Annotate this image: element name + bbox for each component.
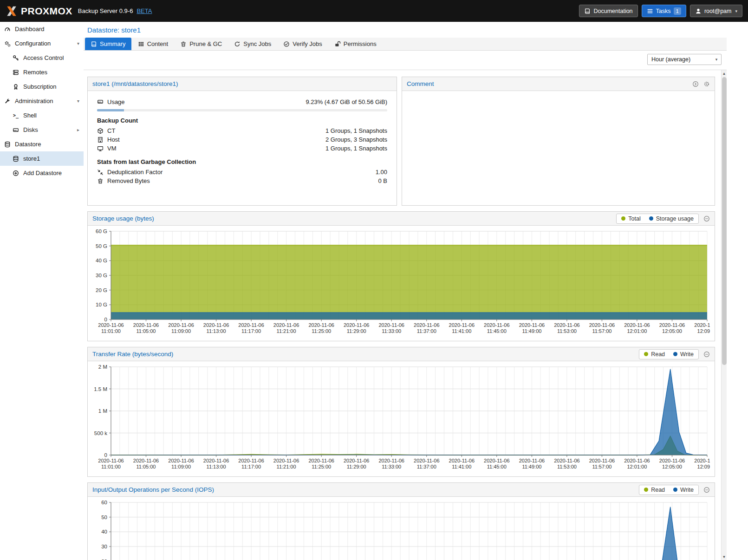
ct-label: CT — [107, 127, 115, 134]
timeframe-select[interactable]: Hour (average) ▾ — [647, 54, 722, 65]
documentation-button[interactable]: Documentation — [579, 5, 637, 17]
svg-text:2020-11-0611:09:00: 2020-11-0611:09:00 — [168, 458, 194, 469]
scroll-up-arrow[interactable]: ▲ — [722, 70, 727, 77]
sidebar-item-subscription[interactable]: Subscription — [0, 79, 84, 94]
legend-dot — [649, 216, 653, 221]
svg-text:60: 60 — [101, 500, 107, 505]
tab-label: Sync Jobs — [243, 40, 271, 47]
sync-icon — [234, 41, 241, 47]
tab-verify-jobs[interactable]: Verify Jobs — [278, 38, 328, 50]
sidebar-item-store1[interactable]: store1 — [0, 151, 84, 166]
chart-legend: Read Write — [639, 349, 699, 359]
svg-text:2020-11-0611:25:00: 2020-11-0611:25:00 — [308, 458, 334, 469]
key-icon — [12, 55, 20, 61]
expand-circle-icon[interactable] — [692, 81, 699, 87]
scroll-down-arrow[interactable]: ▼ — [722, 553, 727, 560]
proxmox-x-icon — [6, 5, 18, 17]
legend-dot — [644, 352, 648, 356]
tab-label: Summary — [100, 40, 126, 47]
svg-text:2020-11-0612:01:00: 2020-11-0612:01:00 — [624, 322, 650, 334]
vm-row: VM 1 Groups, 1 Snapshots — [97, 144, 387, 153]
legend-item-total[interactable]: Total — [621, 215, 640, 222]
legend-label: Storage usage — [656, 215, 694, 222]
svg-text:0: 0 — [104, 317, 107, 322]
legend-item-write[interactable]: Write — [673, 487, 694, 493]
collapse-circle-minus-icon[interactable] — [703, 215, 710, 222]
sidebar-item-label: Subscription — [23, 83, 57, 90]
legend-item-write[interactable]: Write — [673, 351, 694, 358]
database-icon — [12, 156, 20, 162]
collapse-circle-minus-icon[interactable] — [703, 487, 710, 493]
tasks-list-icon — [647, 8, 653, 14]
gear-icon[interactable] — [703, 81, 710, 87]
chevron-down-icon: ▾ — [735, 9, 737, 13]
svg-text:60 G: 60 G — [96, 228, 107, 234]
chevron-down-icon: ▾ — [712, 57, 721, 62]
sidebar-item-remotes[interactable]: Remotes — [0, 65, 84, 79]
sidebar-item-datastore[interactable]: Datastore — [0, 137, 84, 151]
svg-text:2020-11-0611:41:00: 2020-11-0611:41:00 — [449, 322, 475, 334]
svg-text:2020-11-0611:45:00: 2020-11-0611:45:00 — [484, 458, 509, 469]
comment-body[interactable] — [402, 91, 715, 205]
sidebar-item-label: Administration — [15, 98, 53, 104]
database-icon — [4, 141, 11, 148]
dedup-value: 1.00 — [376, 169, 387, 176]
tab-label: Permissions — [344, 40, 377, 47]
tab-sync-jobs[interactable]: Sync Jobs — [228, 38, 277, 50]
chart-legend: Total Storage usage — [616, 214, 699, 224]
sidebar-item-add-datastore[interactable]: Add Datastore — [0, 166, 84, 180]
brand-text: PROXMOX — [21, 6, 72, 17]
sidebar-item-shell[interactable]: >_ Shell — [0, 108, 84, 123]
sidebar-item-access-control[interactable]: Access Control — [0, 51, 84, 65]
toolbar: Hour (average) ▾ — [84, 51, 727, 68]
terminal-icon: >_ — [12, 113, 20, 118]
user-menu-button[interactable]: root@pam ▾ — [690, 5, 742, 17]
legend-item-read[interactable]: Read — [644, 351, 665, 358]
tasks-button[interactable]: Tasks 1 — [642, 5, 686, 17]
vm-label: VM — [107, 145, 117, 152]
panel-title: Input/Output Operations per Second (IOPS… — [92, 486, 214, 493]
sidebar-item-disks[interactable]: Disks ▸ — [0, 123, 84, 137]
version-text: Backup Server 0.9-6 — [78, 7, 133, 14]
ct-row: CT 1 Groups, 1 Snapshots — [97, 126, 387, 135]
scrollbar-thumb[interactable] — [722, 77, 727, 365]
legend-label: Total — [628, 215, 640, 222]
svg-text:2020-11-0611:33:00: 2020-11-0611:33:00 — [378, 458, 404, 469]
tab-label: Prune & GC — [189, 40, 222, 47]
ribbon-icon — [12, 84, 20, 90]
svg-text:2020-11-0611:01:00: 2020-11-0611:01:00 — [98, 458, 124, 469]
documentation-label: Documentation — [593, 8, 632, 14]
svg-text:2020-11-0611:05:00: 2020-11-0611:05:00 — [133, 458, 159, 469]
chevron-right-icon[interactable]: ▸ — [77, 127, 79, 132]
tab-summary[interactable]: Summary — [85, 38, 131, 50]
sidebar-item-configuration[interactable]: Configuration ▾ — [0, 36, 84, 51]
collapse-circle-minus-icon[interactable] — [703, 351, 710, 358]
usage-row: Usage 9.23% (4.67 GiB of 50.56 GiB) — [97, 97, 387, 106]
svg-text:2020-11-0611:37:00: 2020-11-0611:37:00 — [414, 322, 439, 334]
legend-item-read[interactable]: Read — [644, 487, 665, 493]
sidebar-item-dashboard[interactable]: Dashboard — [0, 22, 84, 36]
sidebar: Dashboard Configuration ▾ Access Control — [0, 22, 84, 560]
svg-text:30: 30 — [101, 544, 107, 549]
datastore-summary-body: Usage 9.23% (4.67 GiB of 50.56 GiB) Back… — [88, 91, 397, 185]
sidebar-item-label: store1 — [23, 155, 40, 162]
tasks-count-badge: 1 — [674, 7, 681, 15]
building-icon — [97, 137, 107, 143]
chevron-down-icon[interactable]: ▾ — [77, 41, 79, 46]
svg-text:2020-11-0611:37:00: 2020-11-0611:37:00 — [414, 458, 439, 469]
host-label: Host — [107, 136, 120, 143]
sidebar-item-label: Dashboard — [15, 26, 45, 33]
vertical-scrollbar[interactable]: ▲ ▼ — [721, 70, 727, 560]
hdd-icon — [97, 98, 107, 105]
legend-dot — [621, 216, 625, 221]
panel-title: Storage usage (bytes) — [92, 215, 154, 222]
legend-item-storage-usage[interactable]: Storage usage — [649, 215, 694, 222]
beta-link[interactable]: BETA — [137, 7, 152, 14]
sidebar-item-administration[interactable]: Administration ▾ — [0, 94, 84, 108]
svg-text:2020-11-0612:05:00: 2020-11-0612:05:00 — [659, 458, 685, 469]
tab-permissions[interactable]: Permissions — [329, 38, 382, 50]
chevron-down-icon[interactable]: ▾ — [77, 98, 79, 104]
tab-prune-gc[interactable]: Prune & GC — [175, 38, 228, 50]
tab-content[interactable]: Content — [132, 38, 174, 50]
main-area: Datastore: store1 Summary Content — [84, 22, 748, 560]
